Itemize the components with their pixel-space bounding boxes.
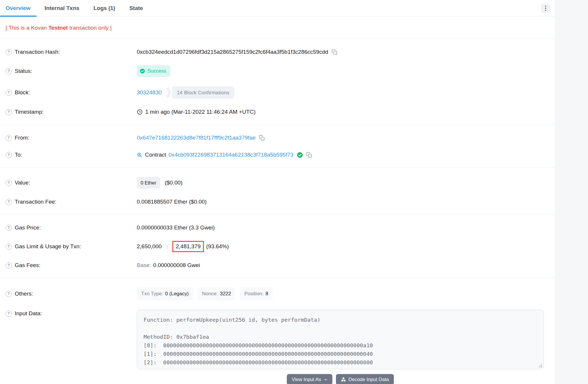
tab-bar: Overview Internal Txns Logs (1) State xyxy=(0,0,555,17)
row-from: ? From: 0x647e7168122263d8e7f81f17fff9c2… xyxy=(0,129,555,146)
nonce-badge: Nonce: 3222 xyxy=(198,287,236,300)
row-timestamp: ? Timestamp: 1 min ago (Mar-11-2022 11:4… xyxy=(0,103,555,120)
copy-icon[interactable] xyxy=(259,135,265,141)
gas-limit-label: Gas Limit & Usage by Txn: xyxy=(15,243,81,250)
help-icon[interactable]: ? xyxy=(6,244,12,250)
gas-price-label: Gas Price: xyxy=(15,224,41,232)
input-data-textarea[interactable]: Function: performUpkeep(uint256 id, byte… xyxy=(137,310,544,369)
row-status: ? Status: Success xyxy=(0,61,555,82)
row-gas-price: ? Gas Price: 0.0000000033 Ether (3.3 Gwe… xyxy=(0,219,555,236)
help-icon[interactable]: ? xyxy=(6,262,12,269)
help-icon[interactable]: ? xyxy=(6,225,12,231)
value-label: Value: xyxy=(15,179,30,187)
status-label: Status: xyxy=(15,67,32,75)
help-icon[interactable]: ? xyxy=(6,152,12,158)
cubes-icon xyxy=(341,377,346,382)
gas-used-percent: (93.64%) xyxy=(206,243,229,250)
decode-input-data-button[interactable]: Decode Input Data xyxy=(336,374,394,384)
block-label: Block: xyxy=(15,89,30,96)
gas-used-value: 2,481,379 xyxy=(176,243,201,249)
row-block: ? Block: 30324830 14 Block Confirmations xyxy=(0,82,555,103)
to-label: To: xyxy=(15,151,22,159)
chevron-down-icon xyxy=(324,378,327,381)
transaction-overview-card: Overview Internal Txns Logs (1) State [ … xyxy=(0,0,555,384)
tab-state[interactable]: State xyxy=(123,0,149,16)
tab-logs[interactable]: Logs (1) xyxy=(87,0,121,16)
tab-internal-txns[interactable]: Internal Txns xyxy=(39,0,86,16)
testnet-warning-prefix: [ This is a Kovan xyxy=(6,25,48,31)
help-icon[interactable]: ? xyxy=(6,180,12,186)
help-icon[interactable]: ? xyxy=(6,135,12,141)
section-gas: ? Gas Price: 0.0000000033 Ether (3.3 Gwe… xyxy=(0,214,555,278)
check-circle-icon xyxy=(140,68,145,74)
status-badge: Success xyxy=(137,65,170,77)
input-data-label: Input Data: xyxy=(15,310,42,317)
testnet-warning-bold: Testnet xyxy=(48,25,68,31)
from-label: From: xyxy=(15,134,29,142)
timestamp-label: Timestamp: xyxy=(15,108,44,116)
input-data-content: Function: performUpkeep(uint256 id, byte… xyxy=(144,316,537,367)
timestamp-value: 1 min ago (Mar-11-2022 11:46:24 AM +UTC) xyxy=(145,108,256,116)
transaction-hash-value: 0xcb324eedcd1d07296fdf3d215a2865275f159c… xyxy=(137,48,328,56)
row-others: ? Others: Txn Type: 0 (Legacy) Nonce: 32… xyxy=(0,283,555,305)
transaction-hash-label: Transaction Hash: xyxy=(15,48,60,56)
transaction-fee-value: 0.0081885507 Ether ($0.00) xyxy=(137,198,207,206)
row-transaction-hash: ? Transaction Hash: 0xcb324eedcd1d07296f… xyxy=(0,43,555,61)
to-contract-word: Contract xyxy=(145,151,166,159)
block-number-link[interactable]: 30324830 xyxy=(137,89,162,96)
to-address-link[interactable]: 0x4cb093f226983713164a62138c3f718a5b595f… xyxy=(169,151,294,159)
copy-icon[interactable] xyxy=(306,152,312,158)
gas-fees-base-value: 0.000000008 Gwei xyxy=(153,261,200,269)
section-value: ? Value: 0 Ether ($0.00) ? Transaction F… xyxy=(0,167,555,214)
gas-separator: | xyxy=(166,243,168,250)
gas-used-annotation-box: 2,481,379 xyxy=(172,241,204,252)
testnet-warning-suffix: transaction only ] xyxy=(68,25,112,31)
resize-handle[interactable] xyxy=(538,363,542,368)
value-usd: ($0.00) xyxy=(165,179,182,187)
others-label: Others: xyxy=(15,290,33,298)
gas-fees-base-label: Base: xyxy=(137,261,151,269)
copy-icon[interactable] xyxy=(332,49,337,55)
testnet-warning: [ This is a Kovan Testnet transaction on… xyxy=(0,17,555,39)
view-input-as-button[interactable]: View Input As xyxy=(287,374,332,384)
block-confirmations-badge: 14 Block Confirmations xyxy=(166,86,234,99)
tab-overview[interactable]: Overview xyxy=(0,0,37,16)
from-address-link[interactable]: 0x647e7168122263d8e7f81f17fff9c2f1aa379f… xyxy=(137,134,256,142)
clock-icon xyxy=(137,109,143,115)
transaction-fee-label: Transaction Fee: xyxy=(15,198,56,206)
gas-price-value: 0.0000000033 Ether (3.3 Gwei) xyxy=(137,224,215,232)
help-icon[interactable]: ? xyxy=(6,291,12,297)
section-summary: ? Transaction Hash: 0xcb324eedcd1d07296f… xyxy=(0,39,555,125)
input-data-actions: View Input As Decode Input Data xyxy=(287,374,394,384)
chevron-right-icon xyxy=(166,88,171,98)
help-icon[interactable]: ? xyxy=(6,90,12,96)
ether-value-badge: 0 Ether xyxy=(137,177,160,189)
row-gas-fees: ? Gas Fees: Base: 0.000000008 Gwei xyxy=(0,257,555,274)
help-icon[interactable]: ? xyxy=(6,199,12,205)
help-icon[interactable]: ? xyxy=(6,109,12,115)
help-icon[interactable]: ? xyxy=(6,49,12,55)
zoom-in-icon xyxy=(137,152,142,158)
section-parties: ? From: 0x647e7168122263d8e7f81f17fff9c2… xyxy=(0,125,555,167)
txn-type-badge: Txn Type: 0 (Legacy) xyxy=(137,287,193,300)
status-value: Success xyxy=(147,67,166,75)
verified-check-icon xyxy=(297,152,303,158)
row-input-data: ? Input Data: Function: performUpkeep(ui… xyxy=(0,305,555,384)
section-others: ? Others: Txn Type: 0 (Legacy) Nonce: 32… xyxy=(0,278,555,384)
row-transaction-fee: ? Transaction Fee: 0.0081885507 Ether ($… xyxy=(0,193,555,210)
position-badge: Position: 8 xyxy=(240,287,273,300)
kebab-menu-button[interactable] xyxy=(541,4,550,13)
row-to: ? To: Contract 0x4cb093f226983713164a621… xyxy=(0,146,555,163)
help-icon[interactable]: ? xyxy=(6,68,12,74)
help-icon[interactable]: ? xyxy=(6,311,12,317)
gas-fees-label: Gas Fees: xyxy=(15,261,41,269)
row-value: ? Value: 0 Ether ($0.00) xyxy=(0,172,555,193)
row-gas-limit-usage: ? Gas Limit & Usage by Txn: 2,650,000 | … xyxy=(0,236,555,257)
gas-limit-value: 2,650,000 xyxy=(137,243,162,250)
transaction-details-page: { "tabs": { "items": [ { "label": "Overv… xyxy=(0,0,588,384)
